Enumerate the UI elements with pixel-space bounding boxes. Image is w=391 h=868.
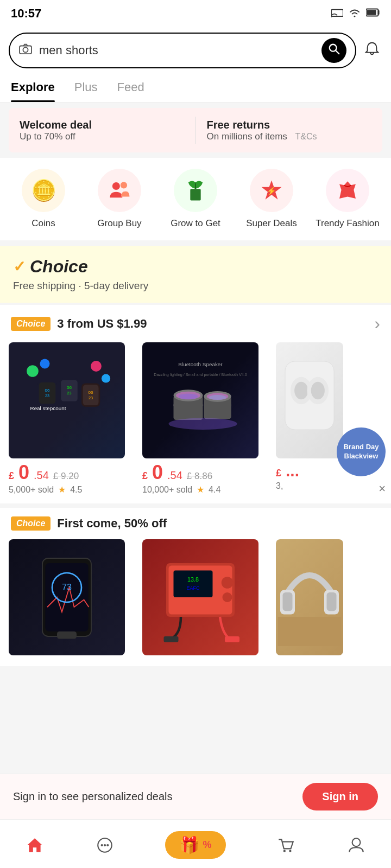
search-bar[interactable] (9, 33, 356, 68)
group-buy-label: Group Buy (97, 218, 141, 229)
section-1-title: 3 from US $1.99 (57, 317, 147, 331)
brand-day-badge[interactable]: Brand Day Blackview (337, 427, 386, 476)
product-price-row-2: £ 0 .54 £ 8.86 (142, 463, 267, 482)
bottom-nav: 🎁 % (0, 819, 391, 868)
choice-section-1-header[interactable]: Choice 3 from US $1.99 › (0, 305, 391, 342)
tab-feed[interactable]: Feed (117, 74, 144, 102)
svg-point-61 (223, 592, 232, 602)
svg-rect-66 (327, 592, 337, 611)
svg-point-1 (331, 15, 332, 17)
sold-count-2: 10,000+ sold (142, 485, 192, 495)
svg-point-9 (121, 182, 127, 188)
svg-text:06: 06 (89, 390, 93, 395)
group-buy-icon (98, 169, 141, 212)
grow-to-get-icon (174, 169, 217, 212)
coins-icon: 🪙 (22, 169, 65, 212)
tab-explore[interactable]: Explore (11, 74, 55, 102)
deals-gift-button[interactable]: 🎁 % (165, 831, 225, 859)
category-group-buy[interactable]: Group Buy (87, 169, 152, 229)
products-row-2: 73 13.8 EAFC (0, 539, 391, 666)
svg-text:23: 23 (45, 393, 49, 398)
battery-icon (366, 8, 380, 20)
welcome-divider (195, 117, 196, 144)
product-meta-1: 5,000+ sold ★ 4.5 (9, 484, 134, 495)
nav-cart[interactable] (277, 836, 295, 854)
svg-rect-10 (190, 189, 200, 200)
original-price-2: £ 8.86 (187, 471, 212, 482)
choice-title-row: ✓ Choice (13, 257, 378, 277)
svg-point-72 (289, 850, 291, 852)
trendy-fashion-label: Trendy Fashion (316, 218, 379, 229)
signin-button[interactable]: Sign in (302, 783, 378, 810)
svg-text:EAFC: EAFC (186, 585, 200, 591)
product-image-headphones (276, 539, 343, 655)
category-coins[interactable]: 🪙 Coins (11, 169, 76, 229)
product-image-fitness: 73 (9, 539, 125, 655)
svg-text:73: 73 (62, 582, 72, 592)
category-trendy-fashion[interactable]: Trendy Fashion (315, 169, 380, 229)
welcome-deal-section: Welcome deal Up to 70% off (20, 119, 185, 142)
product-image-smartwatch: 06 23 06 23 06 23 Real stepcount (9, 342, 125, 458)
trendy-fashion-icon (326, 169, 369, 212)
svg-rect-55 (174, 571, 213, 598)
svg-point-27 (91, 361, 102, 372)
nav-home[interactable] (26, 836, 44, 854)
brand-badge-close[interactable]: × (379, 482, 386, 496)
original-price-1: £ 9.20 (53, 471, 79, 482)
svg-point-69 (104, 844, 106, 846)
choice-subtitle: Free shipping · 5-day delivery (13, 280, 378, 292)
category-grow-to-get[interactable]: Grow to Get (163, 169, 228, 229)
super-deals-icon: ⚡ (250, 169, 293, 212)
svg-text:06: 06 (45, 388, 50, 393)
nav-messages[interactable] (96, 836, 114, 854)
star-icon-1: ★ (58, 484, 66, 495)
coins-label: Coins (31, 218, 55, 229)
camera-icon[interactable] (18, 43, 33, 58)
product-card-earbuds[interactable]: £ ... 3, (276, 342, 352, 495)
choice-badge-1: Choice (11, 317, 51, 331)
products-row-1: 06 23 06 23 06 23 Real stepcount (0, 342, 391, 503)
svg-point-68 (100, 844, 103, 846)
tab-plus[interactable]: Plus (74, 74, 98, 102)
cast-icon (331, 8, 343, 20)
tc-link[interactable]: T&Cs (295, 132, 317, 141)
svg-point-71 (283, 850, 286, 852)
product-card-charger[interactable]: 13.8 EAFC (142, 539, 267, 655)
nav-profile[interactable] (347, 836, 365, 854)
nav-tabs: Explore Plus Feed (0, 74, 391, 103)
svg-point-8 (112, 182, 120, 190)
notification-button[interactable] (362, 39, 382, 63)
currency-2: £ (142, 470, 148, 482)
first-come-title: First come, 50% off (57, 516, 167, 531)
choice-banner: ✓ Choice Free shipping · 5-day delivery (0, 246, 391, 303)
svg-rect-62 (278, 617, 342, 646)
svg-text:Bluetooth Speaker: Bluetooth Speaker (178, 361, 223, 367)
product-card-smartwatch[interactable]: 06 23 06 23 06 23 Real stepcount (9, 342, 134, 495)
svg-text:13.8: 13.8 (187, 576, 199, 583)
sold-count-1: 5,000+ sold (9, 485, 54, 495)
svg-text:Real stepcount: Real stepcount (30, 405, 66, 411)
nav-deals[interactable]: 🎁 % (165, 831, 225, 859)
first-come-header: Choice First come, 50% off (0, 508, 391, 539)
product-card-speaker[interactable]: Bluetooth Speaker Dazzling lighting / Sm… (142, 342, 267, 495)
returns-subtitle: On millions of items T&Cs (207, 131, 372, 142)
svg-point-5 (23, 47, 28, 52)
choice-title: Choice (30, 257, 88, 277)
brand-badge-line1: Brand Day (343, 443, 379, 452)
grow-to-get-label: Grow to Get (171, 218, 220, 229)
search-input[interactable] (39, 43, 315, 58)
product-card-fitness[interactable]: 73 (9, 539, 134, 655)
welcome-deal-subtitle: Up to 70% off (20, 131, 185, 142)
status-time: 10:57 (11, 7, 41, 21)
welcome-deal-title: Welcome deal (20, 119, 185, 131)
svg-point-26 (40, 359, 50, 369)
status-bar: 10:57 (0, 0, 391, 27)
star-icon-2: ★ (197, 484, 204, 495)
product-card-headphones[interactable] (276, 539, 352, 655)
signin-banner: Sign in to see personalized deals Sign i… (0, 774, 391, 819)
chevron-right-icon: › (374, 314, 380, 334)
currency-1: £ (9, 470, 14, 482)
search-button[interactable] (321, 38, 346, 63)
sold-count-3: 3, (276, 481, 283, 491)
category-super-deals[interactable]: ⚡ Super Deals (239, 169, 304, 229)
